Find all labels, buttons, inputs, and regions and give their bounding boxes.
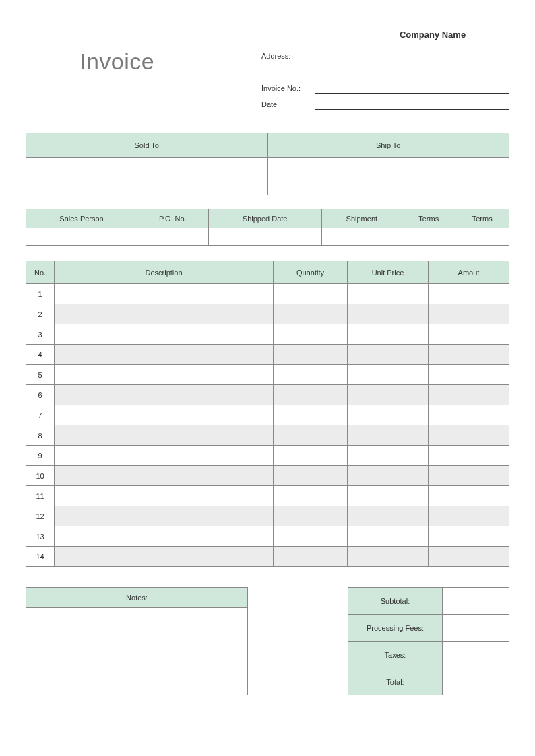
item-unit-price[interactable] <box>348 324 429 345</box>
item-amount[interactable] <box>429 486 509 506</box>
item-unit-price[interactable] <box>348 547 429 567</box>
item-amount[interactable] <box>429 466 509 486</box>
item-unit-price[interactable] <box>348 425 429 446</box>
meta-cell[interactable] <box>137 228 209 246</box>
sold-ship-table: Sold To Ship To <box>26 133 509 195</box>
item-no: 6 <box>26 385 55 405</box>
item-no: 1 <box>26 284 55 304</box>
address-line-2[interactable] <box>315 65 509 77</box>
item-quantity[interactable] <box>274 284 348 304</box>
item-description[interactable] <box>55 365 274 385</box>
address-line-1[interactable] <box>315 49 509 61</box>
item-quantity[interactable] <box>274 365 348 385</box>
item-description[interactable] <box>55 324 274 345</box>
item-amount[interactable] <box>429 324 509 345</box>
item-unit-price[interactable] <box>348 304 429 324</box>
items-table: No. Description Quantity Unit Price Amou… <box>26 261 509 567</box>
item-no: 13 <box>26 526 55 547</box>
address-label: Address: <box>261 52 315 61</box>
item-unit-price[interactable] <box>348 526 429 547</box>
item-amount[interactable] <box>429 284 509 304</box>
item-amount[interactable] <box>429 425 509 446</box>
item-description[interactable] <box>55 304 274 324</box>
meta-cell[interactable] <box>26 228 137 246</box>
item-description[interactable] <box>55 405 274 425</box>
item-unit-price[interactable] <box>348 506 429 526</box>
item-quantity[interactable] <box>274 486 348 506</box>
item-quantity[interactable] <box>274 304 348 324</box>
item-description[interactable] <box>55 425 274 446</box>
notes-box: Notes: <box>26 587 248 695</box>
item-amount[interactable] <box>429 547 509 567</box>
table-row: 8 <box>26 425 509 446</box>
item-quantity[interactable] <box>274 425 348 446</box>
ship-to-header: Ship To <box>268 133 509 158</box>
item-quantity[interactable] <box>274 385 348 405</box>
table-row: 3 <box>26 324 509 345</box>
meta-cell[interactable] <box>402 228 455 246</box>
item-description[interactable] <box>55 385 274 405</box>
item-unit-price[interactable] <box>348 446 429 466</box>
item-amount[interactable] <box>429 405 509 425</box>
meta-cell[interactable] <box>208 228 321 246</box>
item-unit-price[interactable] <box>348 385 429 405</box>
item-quantity[interactable] <box>274 466 348 486</box>
subtotal-value[interactable] <box>443 588 509 615</box>
meta-header: P.O. No. <box>137 209 209 228</box>
item-no: 7 <box>26 405 55 425</box>
item-description[interactable] <box>55 446 274 466</box>
item-unit-price[interactable] <box>348 486 429 506</box>
processing-fees-value[interactable] <box>443 615 509 642</box>
item-amount[interactable] <box>429 526 509 547</box>
meta-cell[interactable] <box>455 228 509 246</box>
item-amount[interactable] <box>429 365 509 385</box>
page-title: Invoice <box>26 27 261 114</box>
item-unit-price[interactable] <box>348 405 429 425</box>
item-amount[interactable] <box>429 385 509 405</box>
invoice-no-field[interactable] <box>315 81 509 94</box>
meta-header: Terms <box>402 209 455 228</box>
meta-header: Shipment <box>321 209 402 228</box>
item-description[interactable] <box>55 526 274 547</box>
total-value[interactable] <box>443 668 509 695</box>
taxes-value[interactable] <box>443 642 509 668</box>
item-unit-price[interactable] <box>348 365 429 385</box>
item-unit-price[interactable] <box>348 466 429 486</box>
item-no: 11 <box>26 486 55 506</box>
meta-header: Sales Person <box>26 209 137 228</box>
meta-cell[interactable] <box>321 228 402 246</box>
table-row: 2 <box>26 304 509 324</box>
item-quantity[interactable] <box>274 405 348 425</box>
item-amount[interactable] <box>429 345 509 365</box>
item-no: 9 <box>26 446 55 466</box>
item-amount[interactable] <box>429 304 509 324</box>
item-amount[interactable] <box>429 506 509 526</box>
item-description[interactable] <box>55 345 274 365</box>
items-header-amount: Amout <box>429 261 509 284</box>
sold-to-field[interactable] <box>26 158 268 195</box>
item-quantity[interactable] <box>274 526 348 547</box>
meta-header: Shipped Date <box>208 209 321 228</box>
notes-field[interactable] <box>26 608 248 695</box>
item-unit-price[interactable] <box>348 284 429 304</box>
table-row: 4 <box>26 345 509 365</box>
item-quantity[interactable] <box>274 506 348 526</box>
item-quantity[interactable] <box>274 345 348 365</box>
item-quantity[interactable] <box>274 324 348 345</box>
item-description[interactable] <box>55 506 274 526</box>
notes-label: Notes: <box>26 588 248 608</box>
item-description[interactable] <box>55 466 274 486</box>
item-description[interactable] <box>55 547 274 567</box>
item-unit-price[interactable] <box>348 345 429 365</box>
meta-table: Sales Person P.O. No. Shipped Date Shipm… <box>26 209 509 246</box>
date-field[interactable] <box>315 98 509 110</box>
item-amount[interactable] <box>429 446 509 466</box>
item-quantity[interactable] <box>274 547 348 567</box>
item-description[interactable] <box>55 284 274 304</box>
total-label: Total: <box>348 668 443 695</box>
table-row: 5 <box>26 365 509 385</box>
item-no: 4 <box>26 345 55 365</box>
ship-to-field[interactable] <box>268 158 509 195</box>
item-description[interactable] <box>55 486 274 506</box>
item-quantity[interactable] <box>274 446 348 466</box>
